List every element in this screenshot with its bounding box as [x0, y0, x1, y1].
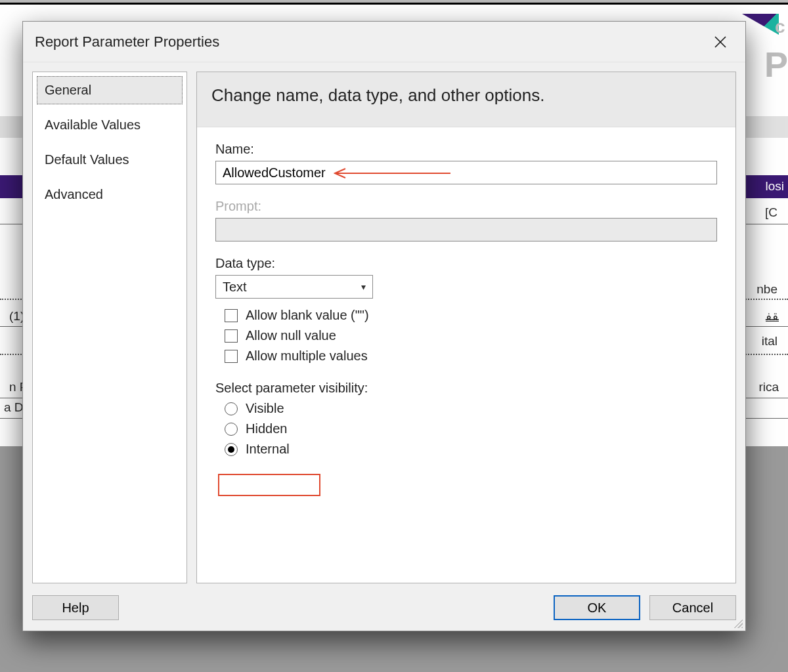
panel-heading: Change name, data type, and other option… [197, 72, 735, 127]
radio-circle [225, 443, 238, 456]
datatype-value: Text [223, 280, 247, 295]
dialog-report-parameter-properties: Report Parameter Properties General Avai… [22, 21, 746, 631]
radio-visible[interactable]: Visible [225, 401, 717, 416]
datatype-select[interactable]: Text ▾ [215, 275, 373, 299]
purple-frag: losi [765, 179, 784, 194]
radio-label: Visible [246, 401, 284, 416]
checkbox-box [225, 309, 238, 322]
name-input[interactable] [215, 161, 717, 184]
radio-label: Internal [246, 442, 290, 457]
label-name: Name: [215, 142, 717, 157]
frag-arabic-right: ﻘﻔ [766, 308, 779, 324]
close-icon [713, 35, 728, 49]
checkbox-label: Allow blank value ("") [246, 308, 369, 323]
dialog-title: Report Parameter Properties [35, 33, 219, 51]
side-nav: General Available Values Default Values … [32, 72, 187, 583]
frag-rica: rica [758, 380, 779, 394]
button-label: OK [588, 600, 607, 616]
nav-item-general[interactable]: General [37, 76, 183, 104]
cancel-button[interactable]: Cancel [649, 595, 736, 620]
close-button[interactable] [707, 29, 733, 55]
frag-bracket: [C [765, 205, 777, 220]
checkbox-allow-blank[interactable]: Allow blank value ("") [225, 308, 717, 323]
nav-item-label: Advanced [45, 187, 103, 201]
button-label: Help [62, 600, 89, 616]
button-label: Cancel [672, 600, 713, 616]
nav-item-available-values[interactable]: Available Values [37, 111, 183, 139]
checkbox-allow-null[interactable]: Allow null value [225, 328, 717, 343]
radio-circle [225, 423, 238, 436]
panel-general: Change name, data type, and other option… [196, 72, 736, 583]
brand-triangle-icon [742, 14, 779, 35]
label-prompt: Prompt: [215, 199, 717, 214]
checkbox-box [225, 350, 238, 363]
dialog-footer: Help OK Cancel [23, 591, 745, 631]
ok-button[interactable]: OK [554, 595, 640, 620]
frag-nbe: nbe [756, 282, 777, 297]
checkbox-box [225, 329, 238, 343]
checkbox-label: Allow multiple values [246, 348, 368, 364]
resize-grip-icon[interactable] [733, 619, 743, 628]
nav-item-label: Default Values [45, 152, 129, 167]
label-datatype: Data type: [215, 256, 717, 271]
nav-item-advanced[interactable]: Advanced [37, 180, 183, 209]
brand-letter-p: P [764, 44, 788, 85]
checkbox-label: Allow null value [246, 328, 336, 343]
frag-ital: ital [762, 334, 777, 348]
radio-hidden[interactable]: Hidden [225, 421, 717, 436]
label-visibility: Select parameter visibility: [215, 381, 717, 396]
brand-letter-c: c [775, 16, 785, 37]
chevron-down-icon: ▾ [361, 282, 366, 292]
nav-item-label: General [45, 83, 91, 97]
radio-circle [225, 402, 238, 415]
nav-item-default-values[interactable]: Default Values [37, 146, 183, 174]
checkbox-allow-multiple[interactable]: Allow multiple values [225, 348, 717, 364]
annotation-highlight-box [218, 474, 320, 496]
radio-label: Hidden [246, 421, 287, 436]
prompt-input [215, 218, 717, 242]
nav-item-label: Available Values [45, 117, 141, 132]
dialog-titlebar: Report Parameter Properties [23, 22, 745, 62]
help-button[interactable]: Help [32, 595, 119, 620]
radio-internal[interactable]: Internal [225, 442, 717, 457]
